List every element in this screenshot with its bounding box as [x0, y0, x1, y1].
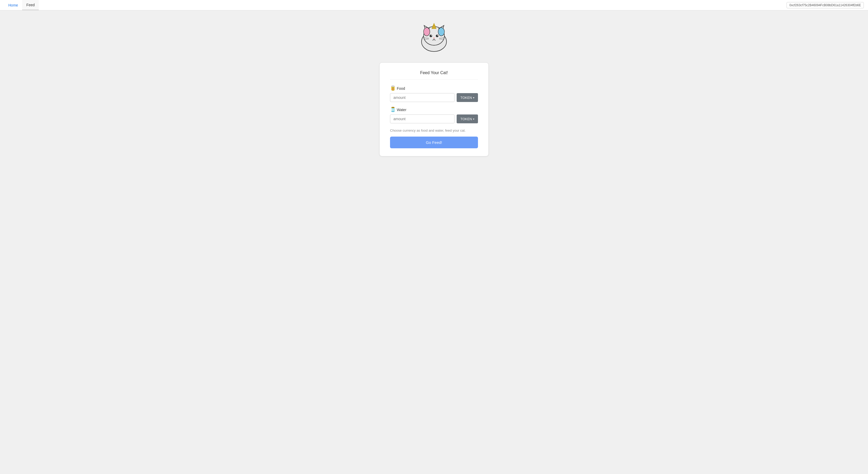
svg-point-11: [431, 35, 432, 36]
go-feed-button[interactable]: Go Feed!: [390, 136, 478, 148]
svg-marker-4: [432, 24, 436, 29]
nav-tab-feed[interactable]: Feed: [22, 0, 39, 10]
food-field-row: TOKEN ▾: [390, 93, 478, 102]
water-icon: 🫙: [390, 107, 395, 113]
svg-point-10: [436, 35, 438, 37]
cat-logo-container: [418, 21, 450, 57]
water-field-row: TOKEN ▾: [390, 115, 478, 123]
navbar: Home Feed 0xcf263cf75c2B46094FcB08bD61a1…: [0, 0, 868, 10]
water-field-group: 🫙 Water TOKEN ▾: [390, 107, 478, 123]
water-token-button[interactable]: TOKEN ▾: [457, 115, 478, 123]
home-tab-label: Home: [8, 3, 18, 7]
food-token-button[interactable]: TOKEN ▾: [457, 93, 478, 102]
svg-point-12: [437, 35, 438, 36]
main-content: Feed Your Cat! 🥫 Food TOKEN ▾ 🫙 Water: [0, 10, 868, 156]
hint-text: Choose currency as food and water, feed …: [390, 128, 478, 132]
svg-point-13: [433, 37, 435, 38]
food-field-group: 🥫 Food TOKEN ▾: [390, 86, 478, 102]
food-label: 🥫 Food: [390, 86, 478, 91]
svg-point-8: [438, 28, 444, 36]
feed-card: Feed Your Cat! 🥫 Food TOKEN ▾ 🫙 Water: [379, 62, 489, 156]
food-amount-input[interactable]: [390, 93, 455, 102]
svg-point-9: [430, 35, 432, 37]
nav-tab-home[interactable]: Home: [4, 0, 22, 10]
water-amount-input[interactable]: [390, 115, 455, 123]
card-title: Feed Your Cat!: [390, 70, 478, 80]
water-token-chevron-icon: ▾: [473, 118, 474, 121]
svg-point-7: [424, 28, 430, 36]
food-token-chevron-icon: ▾: [473, 96, 474, 99]
water-label: 🫙 Water: [390, 107, 478, 113]
unicorn-cat-logo: [418, 21, 450, 52]
food-icon: 🥫: [390, 86, 395, 91]
wallet-address: 0xcf263cf75c2B46094FcB08bD61a11426304fEb…: [786, 2, 864, 8]
feed-tab-label: Feed: [26, 3, 35, 7]
